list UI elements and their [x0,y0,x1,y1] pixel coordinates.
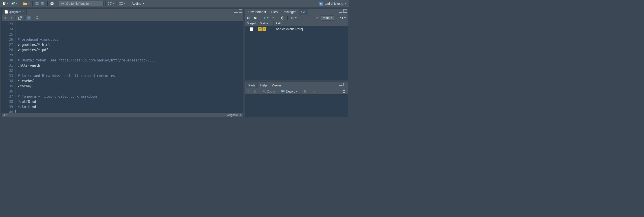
git-row[interactable]: ??bad-chickens.Rproj [245,26,348,32]
print-button[interactable] [50,1,55,6]
refresh-plots-button[interactable] [342,89,346,94]
commit-button[interactable] [252,16,258,21]
code-line[interactable]: *_cache/ [18,79,243,84]
tab-files[interactable]: Files [268,9,280,15]
zoom-button[interactable]: Zoom [262,89,276,94]
grid-button[interactable] [107,1,115,6]
tab-git[interactable]: Git [299,9,308,15]
col-status[interactable]: Status [258,21,274,26]
minimize-pane-icon[interactable] [234,10,238,13]
code-line[interactable] [18,110,243,113]
svg-rect-16 [108,4,109,5]
panes-button[interactable] [118,1,126,6]
plots-tabs: PlotsHelpViewer [245,82,348,88]
tab-viewer[interactable]: Viewer [269,82,284,88]
pull-button[interactable] [262,16,269,21]
project-name: bad-chickens [325,2,343,6]
tab-plots[interactable]: Plots [246,82,258,88]
goto-file-function[interactable]: Go to file/function [58,1,104,6]
code-line[interactable]: # knitr and R markdown default cache dir… [18,73,243,79]
save-button[interactable] [34,1,39,6]
source-pane: .gitignore × [1,8,244,117]
svg-point-37 [263,90,265,92]
code-line[interactable]: /cache/ [18,84,243,89]
col-staged[interactable]: Staged [245,21,258,26]
status-icons: ?? [258,27,274,31]
code-line[interactable] [18,53,243,58]
code-area[interactable]: # produced vignettesvignettes/*.htmlvign… [16,21,243,113]
svg-rect-13 [51,4,53,5]
code-line[interactable]: # produced vignettes [18,37,243,42]
git-file-list: ??bad-chickens.Rproj [245,26,348,80]
svg-rect-27 [248,17,250,19]
push-button[interactable] [270,16,276,21]
line-gutter: 232425262728293031323334353637383940 [2,21,16,113]
svg-rect-22 [121,4,122,5]
svg-point-26 [36,17,38,19]
tab-environment[interactable]: Environment [246,9,268,15]
tab-packages[interactable]: Packages [280,9,299,15]
plot-next-button[interactable] [252,89,258,94]
export-button[interactable]: Export [280,89,298,94]
cursor [16,110,16,113]
code-line[interactable]: *.knit.md [18,104,243,110]
code-line[interactable]: vignettes/*.html [18,42,243,48]
history-button[interactable] [280,16,285,21]
new-file-button[interactable] [1,1,9,6]
project-menu[interactable]: R bad-chickens [318,2,348,6]
cursor-position: 40:1 [3,114,8,117]
popout-button[interactable] [18,16,22,21]
save-source-button[interactable] [26,16,31,21]
close-tab-icon[interactable]: × [22,10,24,14]
addins-menu[interactable]: Addins [130,1,146,6]
code-line[interactable]: # OAuth2 token, see https://github.com/h… [18,58,243,63]
stage-checkbox[interactable] [245,28,258,31]
svg-point-33 [292,18,293,18]
source-toolbar [2,15,243,21]
code-line[interactable]: *.utf8.md [18,99,243,104]
code-line[interactable]: # Temporary files created by R markdown [18,94,243,99]
clear-plots-button[interactable] [312,89,317,94]
minimize-pane-icon[interactable] [339,83,342,86]
addins-label: Addins [132,2,141,6]
col-path[interactable]: Path [274,21,348,26]
find-button[interactable] [35,16,40,21]
nav-back-button[interactable] [3,16,8,21]
maximize-pane-icon[interactable] [343,83,347,86]
code-line[interactable]: vignettes/*.pdf [18,48,243,53]
minimize-pane-icon[interactable] [339,10,342,13]
editor[interactable]: 232425262728293031323334353637383940 # p… [2,21,243,113]
source-tabbar: .gitignore × [2,9,243,15]
maximize-pane-icon[interactable] [239,10,242,13]
svg-rect-29 [248,18,250,19]
new-project-button[interactable]: R [10,1,18,6]
code-line[interactable]: .httr-oauth [18,63,243,68]
source-tab-gitignore[interactable]: .gitignore × [2,9,27,15]
branch-select[interactable]: main [321,16,334,21]
more-gear-button[interactable] [290,16,297,21]
file-path: bad-chickens.Rproj [274,27,348,31]
open-file-button[interactable] [22,1,30,6]
refresh-button[interactable] [339,16,346,21]
tab-label: .gitignore [9,10,21,14]
svg-rect-28 [248,17,250,18]
code-line[interactable] [18,89,243,94]
git-columns: Staged Status Path [245,21,348,26]
code-line[interactable] [18,68,243,73]
branch-name: main [323,16,330,20]
language-mode[interactable]: Gitignore [227,114,238,117]
save-all-button[interactable] [40,1,46,6]
svg-rect-21 [120,4,121,5]
goto-placeholder: Go to file/function [66,2,90,6]
remove-plot-button[interactable] [303,89,308,94]
env-tabs: EnvironmentFilesPackagesGit [245,9,348,15]
new-branch-button[interactable] [314,16,320,21]
svg-rect-20 [121,2,122,3]
maximize-pane-icon[interactable] [343,10,347,13]
diff-button[interactable] [246,16,251,21]
plot-prev-button[interactable] [246,89,251,94]
tab-help[interactable]: Help [258,82,269,88]
nav-forward-button[interactable] [9,16,14,21]
svg-rect-19 [120,2,121,3]
export-label: Export [286,90,294,93]
